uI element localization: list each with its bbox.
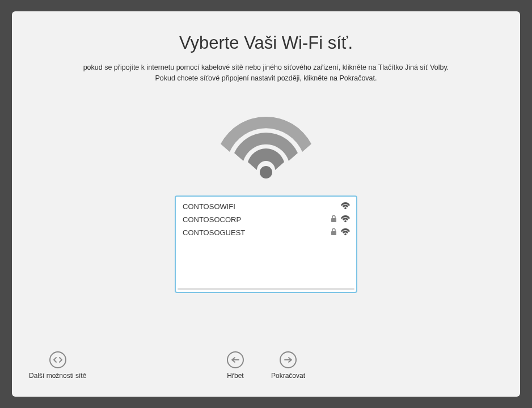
back-button[interactable]: Hřbet (227, 351, 244, 380)
network-name: CONTOSOCORP (183, 215, 331, 224)
network-row[interactable]: CONTOSOWIFI (176, 200, 356, 213)
continue-button[interactable]: Pokračovat (271, 351, 305, 380)
footer: Další možnosti sítě Hřbet Pokračovat (29, 351, 503, 385)
wifi-signal-icon (340, 202, 351, 211)
svg-point-1 (344, 207, 347, 209)
lock-icon (331, 215, 337, 224)
svg-point-3 (344, 220, 347, 222)
back-label: Hřbet (227, 372, 243, 380)
network-name: CONTOSOGUEST (183, 228, 331, 237)
svg-point-5 (344, 233, 347, 235)
wifi-hero-icon (29, 100, 503, 182)
scrollbar[interactable] (178, 288, 354, 290)
network-row[interactable]: CONTOSOGUEST (176, 226, 356, 239)
lock-icon (331, 228, 337, 237)
other-options-label: Další možnosti sítě (29, 372, 86, 380)
page-title: Vyberte Vaši Wi-Fi síť. (29, 33, 503, 53)
network-row[interactable]: CONTOSOCORP (176, 213, 356, 226)
wifi-signal-icon (340, 228, 351, 237)
continue-label: Pokračovat (271, 372, 305, 380)
svg-point-0 (260, 166, 272, 178)
wifi-signal-icon (340, 215, 351, 224)
svg-rect-4 (331, 231, 336, 235)
svg-rect-2 (331, 218, 336, 222)
setup-window: Vyberte Vaši Wi-Fi síť. pokud se připojí… (12, 11, 520, 397)
network-name: CONTOSOWIFI (183, 202, 340, 211)
arrow-left-icon (227, 351, 244, 368)
arrow-right-icon (280, 351, 297, 368)
page-subtitle: pokud se připojíte k internetu pomocí ka… (73, 62, 459, 84)
other-options-button[interactable]: Další možnosti sítě (29, 351, 86, 380)
network-list[interactable]: CONTOSOWIFI CONTOSOCORP (175, 196, 357, 293)
other-options-icon (49, 351, 66, 368)
